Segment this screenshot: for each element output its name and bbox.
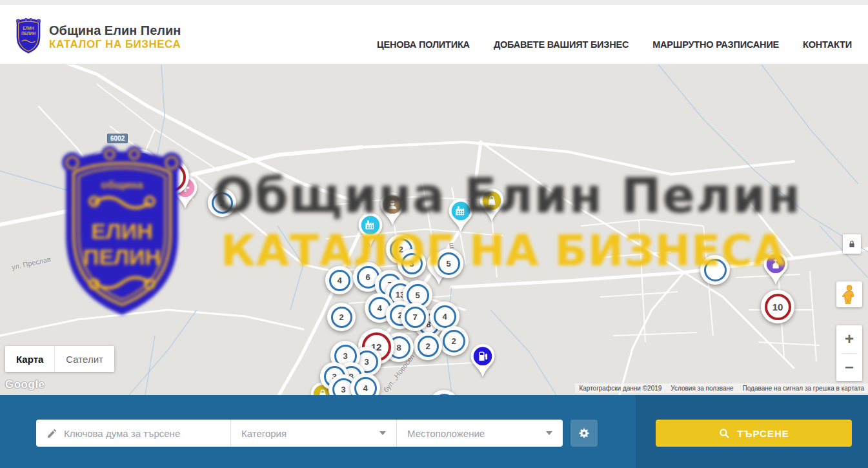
map-cluster[interactable]: 3	[398, 249, 426, 278]
map-cluster[interactable]: 2	[414, 332, 442, 360]
location-select[interactable]: Местоположение	[397, 420, 563, 447]
map-canvas[interactable]: 1056002шибул. „Новоселул. Преслав	[0, 65, 868, 395]
road-number-label: 6002	[107, 134, 128, 143]
map-cluster[interactable]: 7	[401, 303, 429, 331]
crest-text-1: ЕЛИН	[23, 26, 34, 30]
zoom-control: + −	[836, 325, 862, 381]
municipality-crest-icon: ЕЛИН ПЕЛИН	[13, 16, 44, 57]
map-pin-fuel[interactable]	[470, 343, 496, 378]
category-select-value: Категория	[241, 428, 287, 439]
map-cluster[interactable]: 12	[153, 159, 189, 195]
map-cluster[interactable]: 2	[208, 188, 236, 217]
search-button[interactable]: ТЪРСЕНЕ	[656, 420, 852, 447]
nav-item-2[interactable]: МАРШРУТНО РАЗПИСАНИЕ	[652, 39, 779, 50]
map-cluster[interactable]: 2	[108, 167, 137, 196]
search-icon	[718, 427, 731, 440]
advanced-search-button[interactable]	[570, 420, 598, 447]
map-cluster[interactable]: 4	[325, 266, 354, 294]
site-subtitle: КАТАЛОГ НА БИЗНЕСА	[49, 38, 181, 51]
map-type-map-button[interactable]: Карта	[5, 346, 54, 372]
map-type-control: Карта Сателит	[5, 346, 114, 372]
street-view-pegman-button[interactable]	[836, 281, 862, 307]
map-cluster[interactable]: 2	[327, 303, 356, 331]
map-pin-bag[interactable]	[479, 188, 505, 223]
search-bar: Категория Местоположение ТЪРСЕНЕ	[0, 395, 868, 468]
lock-icon	[847, 239, 857, 249]
attribution-data: Картографски данни ©2019	[579, 385, 661, 392]
search-input-group: Категория Местоположение	[36, 420, 563, 447]
site-logo[interactable]: ЕЛИН ПЕЛИН Община Елин Пелин КАТАЛОГ НА …	[13, 16, 181, 57]
attribution-report-link[interactable]: Подаване на сигнал за грешка в картата	[743, 385, 864, 392]
map-cluster[interactable]	[120, 192, 148, 220]
chevron-down-icon	[379, 431, 386, 435]
google-logo[interactable]: Google	[5, 378, 45, 391]
lock-button[interactable]	[843, 234, 861, 254]
map-pin-church[interactable]	[763, 251, 789, 286]
search-button-label: ТЪРСЕНЕ	[737, 428, 789, 439]
map-attribution: Картографски данни ©2019 Условия за полз…	[575, 383, 868, 393]
main-nav: ЦЕНОВА ПОЛИТИКАДОБАВЕТЕ ВАШИЯТ БИЗНЕСМАР…	[377, 39, 852, 50]
map-pin-worker[interactable]	[379, 192, 405, 227]
pegman-icon	[842, 285, 856, 304]
keyword-section	[36, 420, 231, 447]
pencil-icon	[46, 428, 57, 439]
category-select[interactable]: Категория	[231, 420, 397, 447]
top-strip	[0, 0, 868, 5]
header: ЕЛИН ПЕЛИН Община Елин Пелин КАТАЛОГ НА …	[0, 5, 868, 65]
page: ЕЛИН ПЕЛИН Община Елин Пелин КАТАЛОГ НА …	[0, 0, 868, 468]
chevron-down-icon	[546, 431, 552, 435]
map-cluster[interactable]	[700, 255, 730, 285]
map-type-satellite-button[interactable]: Сателит	[54, 346, 114, 372]
map-cluster[interactable]: 2	[439, 326, 469, 356]
map-pin-factory[interactable]	[448, 198, 474, 233]
zoom-out-button[interactable]: −	[836, 354, 862, 382]
nav-item-3[interactable]: КОНТАКТИ	[803, 39, 852, 50]
keyword-search-input[interactable]	[64, 428, 220, 439]
zoom-in-button[interactable]: +	[836, 325, 862, 353]
map-cluster[interactable]: 10	[761, 290, 794, 323]
gear-icon	[577, 426, 591, 440]
map-cluster[interactable]: 5	[434, 249, 463, 278]
attribution-terms-link[interactable]: Условия за ползване	[671, 385, 733, 392]
site-title: Община Елин Пелин	[49, 23, 181, 38]
nav-item-1[interactable]: ДОБАВЕТЕ ВАШИЯТ БИЗНЕС	[494, 39, 629, 50]
crest-text-2: ПЕЛИН	[21, 31, 36, 36]
location-select-value: Местоположение	[407, 428, 485, 439]
nav-item-0[interactable]: ЦЕНОВА ПОЛИТИКА	[377, 39, 470, 50]
